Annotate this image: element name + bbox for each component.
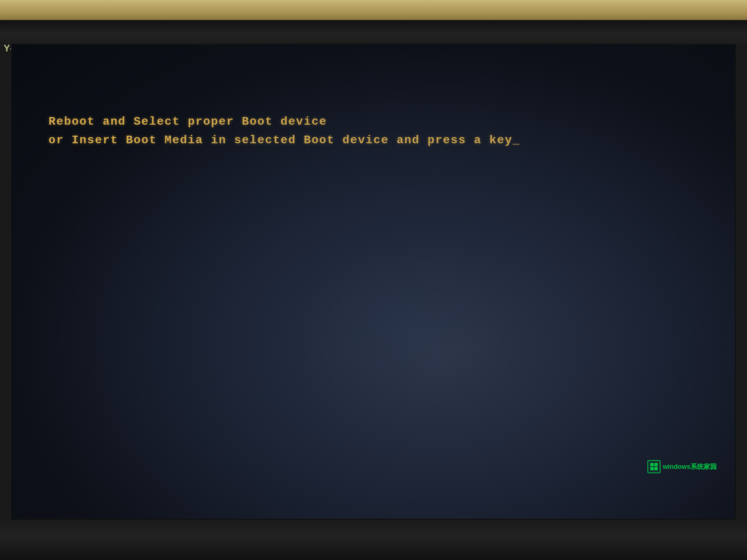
bios-error-message: Reboot and Select proper Boot device or … [49,112,520,149]
svg-rect-0 [650,463,654,466]
windows-logo-icon [647,460,661,473]
bios-line-1: Reboot and Select proper Boot device [49,112,520,131]
svg-rect-2 [650,467,654,470]
watermark-text: windows系统家园 [663,462,717,471]
watermark: windows系统家园 [647,460,717,473]
monitor-bezel-top: Y-19M [0,20,747,47]
monitor-bezel-bottom [0,520,747,560]
photo-frame: Y-19M Reboot and Select proper Boot devi… [0,0,747,560]
svg-rect-3 [654,467,658,470]
svg-rect-1 [654,463,658,466]
monitor-screen: Reboot and Select proper Boot device or … [11,44,736,520]
bios-line-2: or Insert Boot Media in selected Boot de… [49,131,520,149]
